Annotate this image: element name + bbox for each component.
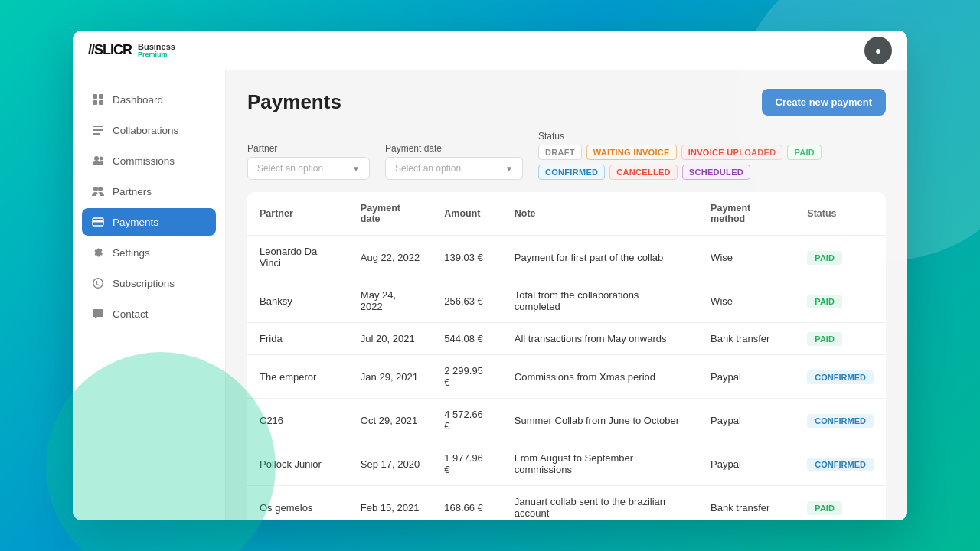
row-status-badge: PAID	[807, 332, 841, 346]
status-badge-paid[interactable]: PAID	[787, 145, 822, 160]
dashboard-icon	[91, 93, 105, 106]
business-badge: Business Premium	[138, 42, 175, 59]
table-row[interactable]: Pollock JuniorSep 17, 20201 977.96 €From…	[247, 442, 886, 486]
partner-select[interactable]: Select an option ▼	[247, 157, 370, 180]
table-row[interactable]: BanksyMay 24, 2022256.63 €Total from the…	[247, 279, 886, 323]
col-status: Status	[795, 192, 886, 236]
svg-rect-12	[93, 220, 103, 223]
sidebar-item-dashboard[interactable]: Dashboard	[82, 86, 216, 113]
sidebar-label-payments: Payments	[113, 217, 158, 228]
payments-table: PartnerPayment dateAmountNotePayment met…	[247, 192, 886, 520]
page-header: Payments Create new payment	[247, 89, 886, 116]
date-cell: May 24, 2022	[348, 279, 432, 323]
method-cell: Wise	[698, 279, 795, 323]
table-row[interactable]: Os gemelosFeb 15, 2021168.66 €Januart co…	[247, 486, 886, 521]
payments-icon	[91, 215, 105, 229]
row-status-badge: PAID	[807, 501, 841, 515]
partner-placeholder: Select an option	[257, 163, 323, 174]
create-payment-button[interactable]: Create new payment	[762, 89, 886, 116]
table-row[interactable]: C216Oct 29, 20214 572.66 €Summer Collab …	[247, 399, 886, 442]
filters-row: Partner Select an option ▼ Payment date …	[247, 131, 886, 180]
svg-rect-4	[93, 126, 103, 127]
business-label: Business	[138, 42, 175, 51]
partner-cell: Frida	[247, 323, 348, 355]
topbar: //SLICR Business Premium ●	[73, 31, 907, 70]
note-cell: Januart collab sent to the brazilian acc…	[502, 486, 698, 521]
sidebar-label-partners: Partners	[113, 186, 152, 197]
status-cell: CONFIRMED	[795, 442, 886, 486]
svg-rect-3	[99, 100, 103, 105]
partner-cell: Os gemelos	[247, 486, 348, 521]
method-cell: Bank transfer	[698, 323, 795, 355]
col-partner: Partner	[247, 192, 348, 236]
status-cell: CONFIRMED	[795, 399, 886, 442]
amount-cell: 4 572.66 €	[432, 399, 502, 442]
date-cell: Feb 15, 2021	[348, 486, 432, 521]
status-badge-scheduled[interactable]: SCHEDULED	[682, 165, 750, 180]
svg-point-8	[100, 157, 103, 161]
method-cell: Bank transfer	[698, 486, 795, 521]
status-filter-label: Status	[538, 131, 886, 142]
partners-icon	[91, 184, 105, 198]
svg-rect-2	[93, 100, 97, 105]
partner-filter-group: Partner Select an option ▼	[247, 143, 370, 180]
partner-cell: Pollock Junior	[247, 442, 348, 486]
status-filters: DRAFTWAITING INVOICEINVOICE UPLOADEDPAID…	[538, 145, 886, 180]
subscriptions-icon	[91, 276, 105, 290]
partner-cell: C216	[247, 399, 348, 442]
row-status-badge: PAID	[807, 295, 841, 308]
partner-filter-label: Partner	[247, 143, 370, 154]
status-badge-waiting[interactable]: WAITING INVOICE	[586, 145, 677, 160]
partner-cell: The emperor	[247, 355, 348, 399]
status-cell: PAID	[795, 486, 886, 521]
sidebar-item-settings[interactable]: Settings	[82, 239, 216, 266]
date-filter-group: Payment date Select an option ▼	[385, 143, 523, 180]
sidebar-item-collaborations[interactable]: Collaborations	[82, 116, 216, 144]
contact-icon	[91, 307, 105, 321]
note-cell: Payment for first part of the collab	[502, 236, 698, 279]
note-cell: Total from the collaborations completed	[502, 279, 698, 323]
date-cell: Jul 20, 2021	[348, 323, 432, 355]
sidebar-item-contact[interactable]: Contact	[82, 300, 216, 328]
status-badge-cancelled[interactable]: CANCELLED	[609, 165, 678, 180]
svg-rect-6	[93, 133, 100, 135]
app-window: //SLICR Business Premium ● Dashboard Col…	[73, 31, 907, 520]
date-cell: Oct 29, 2021	[348, 399, 432, 442]
svg-point-7	[94, 156, 99, 161]
sidebar-label-commissions: Commissions	[113, 155, 175, 167]
svg-rect-0	[93, 94, 97, 99]
commissions-icon	[91, 154, 105, 168]
sidebar-label-dashboard: Dashboard	[113, 94, 163, 106]
date-placeholder: Select an option	[395, 163, 461, 174]
sidebar-item-commissions[interactable]: Commissions	[82, 147, 216, 174]
status-cell: CONFIRMED	[795, 355, 886, 399]
table-row[interactable]: FridaJul 20, 2021544.08 €All transaction…	[247, 323, 886, 355]
amount-cell: 2 299.95 €	[432, 355, 502, 399]
sidebar-item-subscriptions[interactable]: Subscriptions	[82, 269, 216, 297]
collaborations-icon	[91, 123, 105, 137]
status-badge-invoice[interactable]: INVOICE UPLOADED	[681, 145, 783, 160]
date-cell: Sep 17, 2020	[348, 442, 432, 486]
date-select[interactable]: Select an option ▼	[385, 157, 523, 180]
main-layout: Dashboard Collaborations Commissions Par…	[73, 70, 907, 520]
sidebar-item-partners[interactable]: Partners	[82, 178, 216, 205]
method-cell: Paypal	[698, 355, 795, 399]
table-row[interactable]: The emperorJan 29, 20212 299.95 €Commiss…	[247, 355, 886, 399]
note-cell: Summer Collab from June to October	[502, 399, 698, 442]
page-title: Payments	[247, 90, 341, 114]
avatar[interactable]: ●	[864, 37, 892, 64]
note-cell: Commissions from Xmas period	[502, 355, 698, 399]
status-cell: PAID	[795, 236, 886, 279]
row-status-badge: PAID	[807, 251, 841, 265]
svg-rect-1	[99, 94, 103, 99]
premium-label: Premium	[138, 51, 175, 59]
method-cell: Wise	[698, 236, 795, 279]
status-badge-draft[interactable]: DRAFT	[538, 145, 582, 160]
partner-cell: Leonardo Da Vinci	[247, 236, 348, 279]
status-badge-confirmed[interactable]: CONFIRMED	[538, 165, 605, 180]
sidebar-item-payments[interactable]: Payments	[82, 208, 216, 236]
row-status-badge: CONFIRMED	[807, 458, 874, 471]
table-row[interactable]: Leonardo Da VinciAug 22, 2022139.03 €Pay…	[247, 236, 886, 279]
note-cell: From August to September commissions	[502, 442, 698, 486]
amount-cell: 544.08 €	[432, 323, 502, 355]
